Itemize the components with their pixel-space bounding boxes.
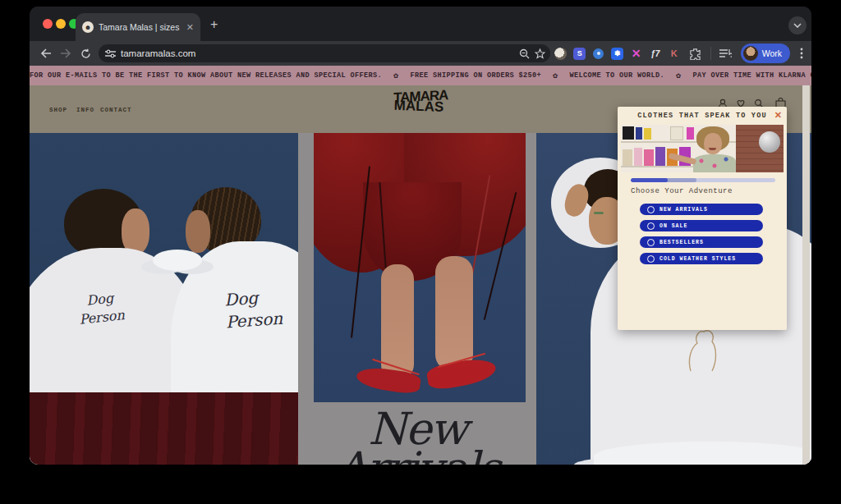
announcement-banner: FOR OUR E-MAILS TO BE THE FIRST TO KNOW … (30, 66, 811, 85)
leg (381, 264, 414, 379)
quiz-video-thumbnail[interactable] (621, 125, 784, 172)
quiz-option-cold-weather[interactable]: COLD WEATHER STYLES (640, 253, 763, 264)
ruffle-collar (153, 250, 202, 271)
disco-ball (759, 131, 780, 153)
progress-fill (631, 178, 668, 182)
zoom-page-icon[interactable] (519, 48, 530, 59)
browser-window: ☻ Tamara Malas | sizes 0-36 ✕ + tamarama (30, 7, 811, 465)
new-arrivals-caption[interactable]: New Arrivals (298, 407, 536, 465)
quiz-subtitle: Choose Your Adventure (631, 187, 733, 195)
flower-icon: ✿ (393, 71, 398, 80)
flower-icon: ✿ (553, 71, 558, 80)
floral-top (693, 154, 736, 172)
extension-blue-dot-icon[interactable] (591, 45, 607, 62)
quiz-option-on-sale[interactable]: ON SALE (640, 220, 763, 231)
banner-text: PAY OVER TIME WITH KLARNA OR SHOP PAY IN… (692, 71, 811, 80)
tab-title: Tamara Malas | sizes 0-36 (99, 22, 182, 32)
extensions-puzzle-icon[interactable] (686, 44, 705, 63)
menu-kebab-icon[interactable] (792, 44, 811, 63)
popup-close-icon[interactable]: ✕ (774, 110, 782, 121)
radio-icon (647, 206, 655, 213)
tab-favicon-icon: ☻ (82, 21, 94, 33)
browser-toolbar: tamaramalas.com S ✽ ✕ ƒ7 (30, 41, 811, 66)
flower-icon: ✿ (676, 71, 681, 80)
extension-klarna-icon[interactable]: K (666, 45, 682, 62)
traffic-close-button[interactable] (43, 19, 53, 29)
red-skirts (30, 392, 298, 465)
quiz-option-new-arrivals[interactable]: NEW ARRIVALS (640, 204, 763, 215)
quiz-option-bestsellers[interactable]: BESTSELLERS (640, 236, 763, 248)
embroidery-text: Dog Person (223, 282, 298, 334)
dog-sketch (682, 327, 720, 374)
reload-button[interactable] (76, 44, 95, 63)
radio-icon (647, 239, 655, 246)
tab-search-chevron-icon[interactable] (788, 16, 807, 34)
bookmark-star-icon[interactable] (535, 48, 545, 59)
toolbar-divider (710, 47, 711, 60)
banner-text: FREE SHIPPING ON ORDERS $250+ (411, 71, 542, 80)
new-tab-button[interactable]: + (210, 18, 218, 31)
banner-text: FOR OUR E-MAILS TO BE THE FIRST TO KNOW … (30, 71, 382, 80)
person-face (186, 210, 210, 253)
popup-title: CLOTHES THAT SPEAK TO YOU (618, 107, 787, 125)
browser-tab[interactable]: ☻ Tamara Malas | sizes 0-36 ✕ (76, 13, 200, 41)
extension-gear-icon[interactable]: ✽ (609, 45, 626, 62)
avatar (743, 46, 758, 61)
extension-pink-x-icon[interactable]: ✕ (628, 45, 645, 62)
page-scrollbar[interactable] (802, 85, 810, 465)
radio-icon (647, 222, 655, 230)
leg (435, 256, 473, 371)
tab-close-icon[interactable]: ✕ (186, 22, 194, 33)
banner-text: WELCOME TO OUR WORLD. (569, 71, 664, 80)
reading-list-icon[interactable] (716, 44, 736, 63)
quiz-popup: CLOTHES THAT SPEAK TO YOU ✕ (618, 107, 787, 330)
extension-fn-icon[interactable]: ƒ7 (647, 45, 664, 62)
tab-strip: ☻ Tamara Malas | sizes 0-36 ✕ + (30, 7, 811, 41)
video-person-face (704, 133, 722, 154)
traffic-minimize-button[interactable] (56, 19, 66, 29)
hero-photo-dog-person[interactable]: Dog Person Dog Person (30, 133, 298, 465)
video-progress-bar[interactable] (631, 178, 775, 182)
address-bar[interactable]: tamaramalas.com (99, 44, 550, 62)
url-text[interactable]: tamaramalas.com (121, 48, 514, 58)
radio-icon (647, 255, 655, 263)
profile-button[interactable]: Work (741, 44, 790, 63)
profile-label: Work (762, 48, 782, 58)
site-settings-icon[interactable] (105, 49, 116, 58)
extension-generic-icon[interactable] (553, 45, 569, 62)
back-button[interactable] (36, 44, 56, 63)
green-eyeshadow (594, 212, 604, 214)
extension-stripe-icon[interactable]: S (572, 45, 588, 62)
forward-button[interactable] (56, 44, 76, 63)
hero-photo-red-dress[interactable] (314, 133, 526, 402)
webpage-viewport: FOR OUR E-MAILS TO BE THE FIRST TO KNOW … (30, 66, 811, 465)
